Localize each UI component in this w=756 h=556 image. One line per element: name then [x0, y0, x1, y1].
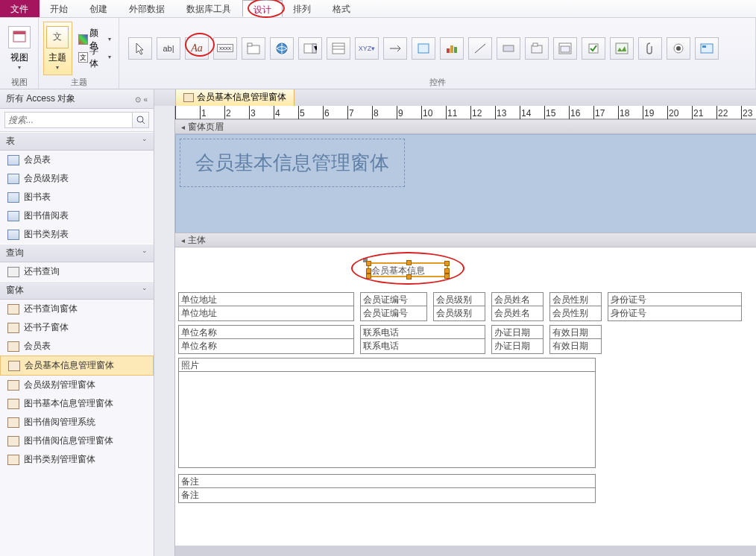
nav-table-item[interactable]: 图书表: [0, 188, 154, 206]
textbox-memberid[interactable]: 会员证编号: [360, 306, 427, 321]
nav-table-item[interactable]: 会员表: [0, 151, 154, 169]
nav-cat-forms[interactable]: 窗体⌄: [0, 281, 154, 300]
more-controls-tool[interactable]: [695, 37, 719, 60]
nav-form-item[interactable]: 会员级别管理窗体: [0, 376, 154, 394]
textbox-idcard[interactable]: 身份证号: [608, 306, 742, 321]
search-button[interactable]: [133, 112, 149, 128]
svg-rect-22: [616, 43, 628, 54]
toggle-tool[interactable]: [497, 37, 520, 60]
xyz-tool[interactable]: XYZ▾: [355, 37, 379, 60]
textbox-issuedate[interactable]: 办证日期: [491, 338, 544, 354]
textbox-name[interactable]: 会员姓名: [491, 306, 544, 321]
label-name[interactable]: 会员姓名: [491, 292, 544, 307]
left-gutter: [154, 106, 175, 556]
nav-cat-queries[interactable]: 查询⌄: [0, 244, 154, 262]
svg-rect-11: [418, 44, 429, 53]
fonts-button[interactable]: 文字体▾: [75, 49, 114, 66]
view-button[interactable]: 视图 ▾: [4, 22, 34, 75]
svg-rect-13: [450, 45, 453, 53]
nav-form-item[interactable]: 图书借阅信息管理窗体: [0, 432, 154, 450]
chart-tool[interactable]: [440, 37, 464, 60]
textbox-tool[interactable]: ab|: [157, 37, 180, 60]
nav-form-item-selected[interactable]: 会员基本信息管理窗体: [0, 356, 154, 376]
label-memberid[interactable]: 会员证编号: [360, 292, 427, 307]
nav-table-item[interactable]: 图书借阅表: [0, 206, 154, 225]
option-button-tool[interactable]: [667, 37, 690, 60]
textbox-company[interactable]: 单位名称: [178, 338, 354, 354]
image-photo[interactable]: [178, 371, 596, 468]
theme-button[interactable]: 文 主题 ▾: [43, 22, 72, 75]
attachment-tool[interactable]: [638, 37, 662, 60]
section-form-header[interactable]: 窗体页眉: [175, 119, 756, 134]
selected-label-control[interactable]: 会员基本信息: [368, 262, 448, 277]
tab-home[interactable]: 开始: [40, 0, 79, 17]
tab-design[interactable]: 设计: [242, 0, 283, 17]
nav-query-item[interactable]: 还书查询: [0, 262, 154, 281]
label-company[interactable]: 单位名称: [178, 325, 354, 340]
tab-create[interactable]: 创建: [79, 0, 119, 17]
textbox-remark[interactable]: 备注: [178, 487, 596, 503]
label-idcard[interactable]: 身份证号: [608, 292, 742, 307]
nav-form-item[interactable]: 会员表: [0, 337, 154, 356]
nav-form-item[interactable]: 还书查询窗体: [0, 300, 154, 318]
search-input[interactable]: [4, 112, 133, 128]
nav-form-item[interactable]: 图书类别管理窗体: [0, 450, 154, 469]
label-photo[interactable]: 照片: [178, 358, 596, 373]
pointer-tool[interactable]: [128, 37, 152, 60]
line-tool[interactable]: [468, 37, 492, 60]
svg-rect-14: [454, 47, 457, 53]
form-title-label[interactable]: 会员基本信息管理窗体: [180, 139, 405, 187]
label-level[interactable]: 会员级别: [433, 292, 485, 307]
nav-table-item[interactable]: 图书类别表: [0, 225, 154, 244]
form-detail-canvas[interactable]: 会员基本信息 单位地址 单位地址 会员证编号 会员证编号 会员级别: [175, 247, 756, 546]
form-icon: [183, 93, 194, 102]
label-phone[interactable]: 联系电话: [360, 325, 485, 340]
button-tool[interactable]: xxxx: [213, 37, 237, 60]
tab-arrange[interactable]: 排列: [283, 0, 322, 17]
textbox-address[interactable]: 单位地址: [178, 306, 354, 321]
view-label: 视图: [10, 51, 28, 64]
subform-tool[interactable]: [553, 37, 577, 60]
pagebreak-tool[interactable]: [383, 37, 407, 60]
rectangle-tool[interactable]: [412, 37, 435, 60]
tab-external[interactable]: 外部数据: [119, 0, 176, 17]
ribbon: 视图 ▾ 视图 文 主题 ▾ 颜色▾ 文字体▾ 主题 ab| Aa xxxx: [0, 18, 756, 89]
label-issuedate[interactable]: 办证日期: [491, 325, 544, 340]
label-tool[interactable]: Aa: [185, 37, 209, 60]
image-tool[interactable]: [610, 37, 634, 60]
nav-form-item[interactable]: 还书子窗体: [0, 318, 154, 337]
svg-rect-1: [13, 31, 25, 34]
option-group-tool[interactable]: [525, 37, 549, 60]
checkbox-tool[interactable]: [582, 37, 605, 60]
combo-tool[interactable]: ▾: [298, 37, 322, 60]
svg-rect-2: [248, 45, 259, 54]
tab-file[interactable]: 文件: [0, 0, 40, 17]
hyperlink-tool[interactable]: [270, 37, 294, 60]
textbox-validdate[interactable]: 有效日期: [549, 338, 602, 354]
nav-dropdown-icon[interactable]: ⊙: [135, 95, 141, 104]
nav-collapse-icon[interactable]: «: [143, 95, 148, 104]
listbox-tool[interactable]: [327, 37, 350, 60]
view-group-label: 视图: [4, 77, 34, 89]
label-validdate[interactable]: 有效日期: [549, 325, 602, 340]
nav-form-item[interactable]: 图书借阅管理系统: [0, 413, 154, 432]
tab-format[interactable]: 格式: [322, 0, 362, 17]
tab-control-tool[interactable]: [242, 37, 265, 60]
nav-header[interactable]: 所有 Access 对象 ⊙ «: [0, 89, 154, 109]
textbox-level[interactable]: 会员级别: [433, 306, 485, 321]
nav-form-item[interactable]: 图书基本信息管理窗体: [0, 394, 154, 413]
form-header-canvas[interactable]: 会员基本信息管理窗体: [175, 134, 756, 233]
label-address[interactable]: 单位地址: [178, 292, 354, 307]
document-tab[interactable]: 会员基本信息管理窗体: [175, 89, 294, 106]
label-gender[interactable]: 会员性别: [549, 292, 602, 307]
nav-table-item[interactable]: 会员级别表: [0, 169, 154, 188]
collapse-icon: ⌄: [142, 135, 148, 148]
section-detail[interactable]: 主体: [175, 233, 756, 247]
nav-cat-tables[interactable]: 表⌄: [0, 132, 154, 151]
label-remark[interactable]: 备注: [178, 474, 596, 489]
textbox-phone[interactable]: 联系电话: [360, 338, 485, 354]
tab-dbtools[interactable]: 数据库工具: [176, 0, 242, 17]
textbox-gender[interactable]: 会员性别: [549, 306, 602, 321]
ruler-horizontal[interactable]: 123456789101112131415161718192021222324: [175, 106, 756, 119]
design-surface: 会员基本信息管理窗体 12345678910111213141516171819…: [154, 89, 756, 556]
